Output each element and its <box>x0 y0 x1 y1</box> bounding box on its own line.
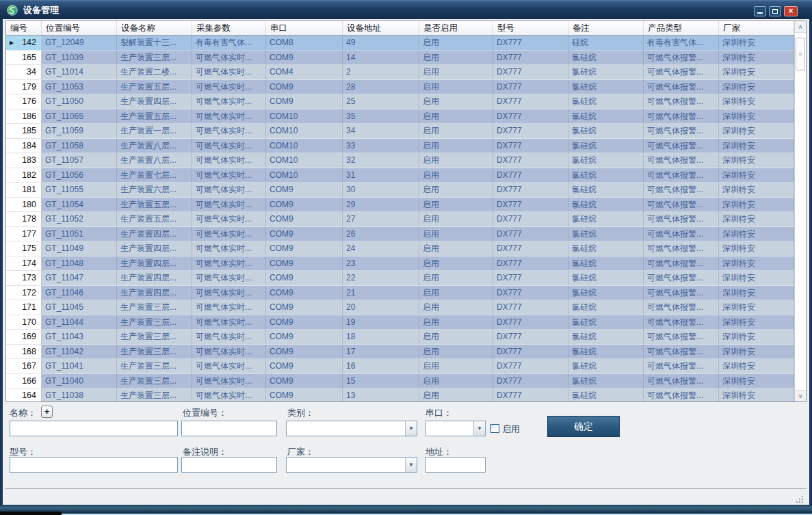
table-cell[interactable]: 氯硅烷 <box>568 388 644 401</box>
table-cell[interactable]: 生产装置三层... <box>117 388 192 401</box>
vertical-scrollbar[interactable]: ∧ ≡ ∨ <box>794 21 806 401</box>
table-cell[interactable]: 可燃气体报警... <box>644 330 719 345</box>
table-cell[interactable]: GT_11045 <box>42 300 117 315</box>
table-cell[interactable]: 深圳特安 <box>719 227 794 242</box>
table-cell[interactable]: 可燃气体报警... <box>644 271 719 286</box>
table-cell[interactable]: 生产装置五层... <box>117 109 192 124</box>
close-button[interactable]: × <box>784 6 798 16</box>
table-cell[interactable]: 生产装置五层... <box>117 212 192 227</box>
table-row[interactable]: ▶142GT_12049裂解装置十三...有毒有害气体...COM849启用DX… <box>6 36 794 51</box>
table-cell[interactable]: DX777 <box>493 183 568 198</box>
table-cell[interactable]: GT_11048 <box>42 256 117 272</box>
table-cell[interactable]: 氯硅烷 <box>568 139 644 154</box>
table-cell[interactable]: 可燃气体实时... <box>192 227 266 242</box>
table-cell[interactable]: 可燃气体报警... <box>644 153 719 168</box>
table-cell[interactable]: DX777 <box>493 212 568 227</box>
row-header-cell[interactable]: 185 <box>6 124 42 139</box>
table-cell[interactable]: 可燃气体实时... <box>192 80 266 95</box>
table-cell[interactable]: COM9 <box>266 80 343 95</box>
table-cell[interactable]: DX777 <box>493 330 568 345</box>
table-cell[interactable]: DX777 <box>493 374 568 389</box>
table-cell[interactable]: 可燃气体报警... <box>644 65 719 80</box>
table-cell[interactable]: GT_11041 <box>42 359 117 374</box>
table-cell[interactable]: 深圳特安 <box>719 168 794 183</box>
table-row[interactable]: 178GT_11052生产装置五层...可燃气体实时...COM927启用DX7… <box>6 212 794 227</box>
row-header-cell[interactable]: 186 <box>6 109 42 124</box>
table-cell[interactable]: 可燃气体报警... <box>644 198 719 213</box>
row-header-cell[interactable]: 181 <box>6 183 42 198</box>
table-row[interactable]: 174GT_11048生产装置四层...可燃气体实时...COM923启用DX7… <box>6 256 794 272</box>
table-cell[interactable]: 可燃气体实时... <box>192 315 266 330</box>
table-cell[interactable]: 深圳特安 <box>719 198 794 213</box>
table-cell[interactable]: 生产装置六层... <box>117 183 192 198</box>
table-cell[interactable]: COM9 <box>266 300 343 315</box>
table-cell[interactable]: 深圳特安 <box>719 36 794 51</box>
table-cell[interactable]: 可燃气体实时... <box>192 65 266 80</box>
table-cell[interactable]: DX777 <box>493 359 568 374</box>
table-cell[interactable]: 17 <box>343 345 419 360</box>
row-header-cell[interactable]: 175 <box>6 241 42 256</box>
table-cell[interactable]: 2 <box>343 65 419 80</box>
table-cell[interactable]: GT_11056 <box>42 168 117 183</box>
table-cell[interactable]: 16 <box>343 359 419 374</box>
row-header-cell[interactable]: 171 <box>6 300 42 315</box>
table-cell[interactable]: GT_11057 <box>42 153 117 168</box>
table-cell[interactable]: 生产装置三层... <box>117 315 192 330</box>
table-cell[interactable]: GT_11039 <box>42 51 117 66</box>
table-cell[interactable]: COM4 <box>266 65 343 80</box>
table-cell[interactable]: 可燃气体实时... <box>192 168 266 183</box>
row-header-cell[interactable]: 167 <box>6 359 42 374</box>
scrollbar-thumb[interactable]: ≡ <box>796 38 805 70</box>
table-cell[interactable]: 34 <box>343 124 419 139</box>
row-header-cell[interactable]: 173 <box>6 271 42 286</box>
category-dropdown-icon[interactable]: ▼ <box>405 421 417 436</box>
table-cell[interactable]: 深圳特安 <box>719 139 794 154</box>
table-cell[interactable]: 生产装置三层... <box>117 359 192 374</box>
table-row[interactable]: 168GT_11042生产装置三层...可燃气体实时...COM917启用DX7… <box>6 345 794 360</box>
table-cell[interactable]: 生产装置四层... <box>117 271 192 286</box>
table-cell[interactable]: 氯硅烷 <box>568 315 644 330</box>
add-button[interactable]: + <box>41 406 53 418</box>
table-cell[interactable]: DX777 <box>493 286 568 301</box>
table-cell[interactable]: COM9 <box>266 212 343 227</box>
table-cell[interactable]: 有毒有害气体... <box>644 36 719 51</box>
table-cell[interactable]: 深圳特安 <box>719 256 794 272</box>
table-cell[interactable]: COM9 <box>266 271 343 286</box>
table-cell[interactable]: 可燃气体报警... <box>644 315 719 330</box>
table-cell[interactable]: 氯硅烷 <box>568 241 644 256</box>
table-cell[interactable]: GT_11055 <box>42 183 117 198</box>
serial-dropdown-icon[interactable]: ▼ <box>473 421 485 436</box>
name-input[interactable] <box>10 421 178 436</box>
table-cell[interactable]: 可燃气体报警... <box>644 286 719 301</box>
table-row[interactable]: 175GT_11049生产装置四层...可燃气体实时...COM924启用DX7… <box>6 241 794 256</box>
table-cell[interactable]: 可燃气体报警... <box>644 51 719 66</box>
table-cell[interactable]: 生产装置三层... <box>117 330 192 345</box>
table-cell[interactable]: 启用 <box>419 168 493 183</box>
table-cell[interactable]: GT_11046 <box>42 286 117 301</box>
table-cell[interactable]: 生产装置三层... <box>117 374 192 389</box>
table-cell[interactable]: 深圳特安 <box>719 212 794 227</box>
table-cell[interactable]: DX777 <box>493 139 568 154</box>
table-cell[interactable]: 启用 <box>419 359 493 374</box>
column-header[interactable]: 产品类型 <box>644 21 719 36</box>
table-cell[interactable]: 可燃气体实时... <box>192 212 266 227</box>
row-header-cell[interactable]: 183 <box>6 153 42 168</box>
table-cell[interactable]: GT_11014 <box>42 65 117 80</box>
maximize-button[interactable] <box>769 6 781 16</box>
table-row[interactable]: 180GT_11054生产装置五层...可燃气体实时...COM929启用DX7… <box>6 198 794 213</box>
table-cell[interactable]: 氯硅烷 <box>568 124 644 139</box>
table-cell[interactable]: DX777 <box>493 65 568 80</box>
table-cell[interactable]: 可燃气体报警... <box>644 168 719 183</box>
table-cell[interactable]: COM10 <box>266 109 343 124</box>
table-cell[interactable]: 可燃气体实时... <box>192 286 266 301</box>
table-cell[interactable]: 深圳特安 <box>719 315 794 330</box>
table-cell[interactable]: 启用 <box>419 94 493 109</box>
table-cell[interactable]: 32 <box>343 153 419 168</box>
table-cell[interactable]: 28 <box>343 80 419 95</box>
table-cell[interactable]: 26 <box>343 227 419 242</box>
table-cell[interactable]: 可燃气体报警... <box>644 359 719 374</box>
resize-grip[interactable] <box>796 496 798 497</box>
table-cell[interactable]: GT_11051 <box>42 227 117 242</box>
table-cell[interactable]: GT_11058 <box>42 139 117 154</box>
table-cell[interactable]: 生产装置四层... <box>117 241 192 256</box>
